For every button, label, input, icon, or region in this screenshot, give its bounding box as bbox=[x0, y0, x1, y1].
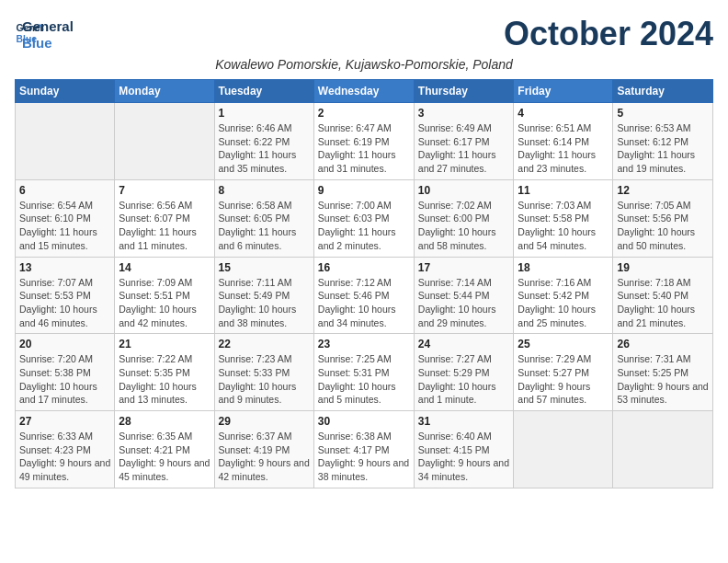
day-number: 19 bbox=[617, 261, 709, 274]
daylight-text: Daylight: 11 hours and 19 minutes. bbox=[617, 149, 695, 174]
day-number: 9 bbox=[318, 184, 410, 197]
day-info: Sunrise: 6:46 AM Sunset: 6:22 PM Dayligh… bbox=[219, 121, 310, 176]
calendar-week-row: 13 Sunrise: 7:07 AM Sunset: 5:53 PM Dayl… bbox=[16, 257, 713, 334]
calendar-cell: 10 Sunrise: 7:02 AM Sunset: 6:00 PM Dayl… bbox=[414, 179, 514, 257]
sunrise-text: Sunrise: 6:37 AM bbox=[219, 431, 292, 442]
day-number: 31 bbox=[418, 415, 510, 428]
calendar-week-row: 1 Sunrise: 6:46 AM Sunset: 6:22 PM Dayli… bbox=[16, 103, 713, 180]
sunset-text: Sunset: 5:49 PM bbox=[219, 290, 290, 301]
day-number: 2 bbox=[318, 107, 410, 120]
sunset-text: Sunset: 4:15 PM bbox=[418, 444, 490, 455]
daylight-text: Daylight: 11 hours and 35 minutes. bbox=[219, 149, 297, 174]
daylight-text: Daylight: 11 hours and 23 minutes. bbox=[518, 149, 596, 174]
calendar-cell: 1 Sunrise: 6:46 AM Sunset: 6:22 PM Dayli… bbox=[214, 103, 313, 180]
sunrise-text: Sunrise: 6:49 AM bbox=[418, 122, 492, 133]
day-number: 12 bbox=[617, 184, 709, 197]
day-number: 27 bbox=[19, 415, 110, 428]
sunrise-text: Sunrise: 7:09 AM bbox=[119, 277, 192, 288]
sunrise-text: Sunrise: 6:53 AM bbox=[617, 122, 690, 133]
sunset-text: Sunset: 5:51 PM bbox=[119, 290, 190, 301]
day-info: Sunrise: 6:56 AM Sunset: 6:07 PM Dayligh… bbox=[119, 199, 210, 253]
weekday-header-wednesday: Wednesday bbox=[313, 80, 414, 103]
daylight-text: Daylight: 9 hours and 38 minutes. bbox=[318, 457, 409, 482]
calendar-week-row: 27 Sunrise: 6:33 AM Sunset: 4:23 PM Dayl… bbox=[16, 411, 713, 488]
day-info: Sunrise: 6:37 AM Sunset: 4:19 PM Dayligh… bbox=[219, 430, 310, 484]
sunrise-text: Sunrise: 7:03 AM bbox=[518, 200, 591, 211]
day-number: 24 bbox=[418, 338, 510, 350]
day-number: 5 bbox=[617, 107, 709, 120]
sunrise-text: Sunrise: 7:07 AM bbox=[19, 277, 93, 288]
daylight-text: Daylight: 11 hours and 31 minutes. bbox=[318, 149, 396, 174]
day-number: 28 bbox=[119, 415, 210, 428]
daylight-text: Daylight: 11 hours and 27 minutes. bbox=[418, 149, 496, 174]
day-info: Sunrise: 7:18 AM Sunset: 5:40 PM Dayligh… bbox=[617, 276, 709, 330]
sunrise-text: Sunrise: 7:02 AM bbox=[418, 200, 492, 211]
calendar-cell: 27 Sunrise: 6:33 AM Sunset: 4:23 PM Dayl… bbox=[16, 411, 115, 488]
day-info: Sunrise: 6:47 AM Sunset: 6:19 PM Dayligh… bbox=[318, 121, 410, 176]
day-info: Sunrise: 6:53 AM Sunset: 6:12 PM Dayligh… bbox=[617, 121, 709, 176]
logo-blue: Blue bbox=[22, 35, 74, 52]
sunrise-text: Sunrise: 6:56 AM bbox=[119, 200, 192, 211]
sunrise-text: Sunrise: 6:46 AM bbox=[219, 122, 292, 133]
calendar-cell: 11 Sunrise: 7:03 AM Sunset: 5:58 PM Dayl… bbox=[514, 179, 613, 257]
day-number: 21 bbox=[119, 338, 210, 350]
sunrise-text: Sunrise: 7:16 AM bbox=[518, 277, 591, 288]
day-info: Sunrise: 6:35 AM Sunset: 4:21 PM Dayligh… bbox=[119, 430, 210, 484]
day-info: Sunrise: 6:49 AM Sunset: 6:17 PM Dayligh… bbox=[418, 121, 510, 176]
calendar-cell: 22 Sunrise: 7:23 AM Sunset: 5:33 PM Dayl… bbox=[214, 334, 313, 411]
day-number: 8 bbox=[219, 184, 310, 197]
sunset-text: Sunset: 6:07 PM bbox=[119, 213, 190, 224]
sunset-text: Sunset: 5:42 PM bbox=[518, 290, 589, 301]
sunrise-text: Sunrise: 7:05 AM bbox=[617, 200, 690, 211]
sunrise-text: Sunrise: 7:25 AM bbox=[318, 353, 392, 364]
sunrise-text: Sunrise: 7:23 AM bbox=[219, 353, 292, 364]
sunset-text: Sunset: 5:25 PM bbox=[617, 367, 688, 378]
sunset-text: Sunset: 5:44 PM bbox=[418, 290, 490, 301]
weekday-header-monday: Monday bbox=[115, 80, 214, 103]
day-info: Sunrise: 7:14 AM Sunset: 5:44 PM Dayligh… bbox=[418, 276, 510, 330]
sunrise-text: Sunrise: 7:29 AM bbox=[518, 353, 591, 364]
calendar-cell: 16 Sunrise: 7:12 AM Sunset: 5:46 PM Dayl… bbox=[313, 257, 414, 334]
calendar-cell: 31 Sunrise: 6:40 AM Sunset: 4:15 PM Dayl… bbox=[414, 411, 514, 488]
daylight-text: Daylight: 11 hours and 15 minutes. bbox=[19, 226, 97, 251]
logo-general: General bbox=[22, 18, 74, 35]
sunset-text: Sunset: 5:40 PM bbox=[617, 290, 688, 301]
calendar-cell: 7 Sunrise: 6:56 AM Sunset: 6:07 PM Dayli… bbox=[115, 179, 214, 257]
day-info: Sunrise: 7:05 AM Sunset: 5:56 PM Dayligh… bbox=[617, 199, 709, 253]
sunset-text: Sunset: 6:10 PM bbox=[19, 213, 91, 224]
sunset-text: Sunset: 6:00 PM bbox=[418, 213, 490, 224]
sunset-text: Sunset: 6:05 PM bbox=[219, 213, 290, 224]
day-info: Sunrise: 7:00 AM Sunset: 6:03 PM Dayligh… bbox=[318, 199, 410, 253]
day-info: Sunrise: 6:54 AM Sunset: 6:10 PM Dayligh… bbox=[19, 199, 110, 253]
calendar-cell: 28 Sunrise: 6:35 AM Sunset: 4:21 PM Dayl… bbox=[115, 411, 214, 488]
page-header: General Blue General Blue October 2024 bbox=[15, 15, 713, 53]
month-title: October 2024 bbox=[504, 15, 713, 53]
day-number: 22 bbox=[219, 338, 310, 350]
calendar-cell: 29 Sunrise: 6:37 AM Sunset: 4:19 PM Dayl… bbox=[214, 411, 313, 488]
subtitle: Kowalewo Pomorskie, Kujawsko-Pomorskie, … bbox=[15, 57, 713, 72]
daylight-text: Daylight: 11 hours and 6 minutes. bbox=[219, 226, 297, 251]
calendar-cell: 26 Sunrise: 7:31 AM Sunset: 5:25 PM Dayl… bbox=[613, 334, 713, 411]
day-info: Sunrise: 7:02 AM Sunset: 6:00 PM Dayligh… bbox=[418, 199, 510, 253]
day-number: 17 bbox=[418, 261, 510, 274]
sunset-text: Sunset: 4:17 PM bbox=[318, 444, 390, 455]
sunset-text: Sunset: 5:58 PM bbox=[518, 213, 589, 224]
calendar-cell: 19 Sunrise: 7:18 AM Sunset: 5:40 PM Dayl… bbox=[613, 257, 713, 334]
sunrise-text: Sunrise: 7:22 AM bbox=[119, 353, 192, 364]
weekday-header-friday: Friday bbox=[514, 80, 613, 103]
calendar-cell: 2 Sunrise: 6:47 AM Sunset: 6:19 PM Dayli… bbox=[313, 103, 414, 180]
calendar-cell: 14 Sunrise: 7:09 AM Sunset: 5:51 PM Dayl… bbox=[115, 257, 214, 334]
daylight-text: Daylight: 10 hours and 13 minutes. bbox=[119, 381, 197, 406]
day-number: 20 bbox=[19, 338, 110, 350]
daylight-text: Daylight: 10 hours and 42 minutes. bbox=[119, 304, 197, 328]
day-number: 6 bbox=[19, 184, 110, 197]
sunset-text: Sunset: 5:56 PM bbox=[617, 213, 688, 224]
day-info: Sunrise: 7:29 AM Sunset: 5:27 PM Dayligh… bbox=[518, 352, 609, 407]
daylight-text: Daylight: 9 hours and 49 minutes. bbox=[19, 457, 110, 482]
sunset-text: Sunset: 6:22 PM bbox=[219, 136, 290, 147]
day-info: Sunrise: 7:23 AM Sunset: 5:33 PM Dayligh… bbox=[219, 352, 310, 407]
calendar-cell: 23 Sunrise: 7:25 AM Sunset: 5:31 PM Dayl… bbox=[313, 334, 414, 411]
sunset-text: Sunset: 4:21 PM bbox=[119, 444, 190, 455]
daylight-text: Daylight: 10 hours and 46 minutes. bbox=[19, 304, 97, 328]
day-info: Sunrise: 7:20 AM Sunset: 5:38 PM Dayligh… bbox=[19, 352, 110, 407]
